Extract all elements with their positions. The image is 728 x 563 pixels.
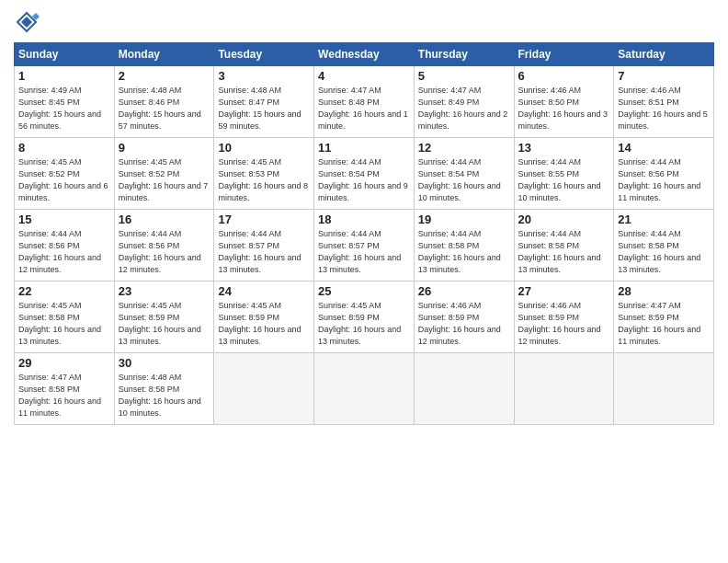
calendar-cell: 30 Sunrise: 4:48 AMSunset: 8:58 PMDaylig… [114,353,214,425]
day-number: 22 [18,284,110,298]
calendar-cell: 10 Sunrise: 4:45 AMSunset: 8:53 PMDaylig… [214,138,314,210]
calendar-cell: 7 Sunrise: 4:46 AMSunset: 8:51 PMDayligh… [614,66,714,138]
day-info: Sunrise: 4:47 AMSunset: 8:49 PMDaylight:… [418,85,510,132]
day-info: Sunrise: 4:44 AMSunset: 8:56 PMDaylight:… [618,156,710,204]
day-number: 12 [418,141,510,155]
calendar-week-3: 15 Sunrise: 4:44 AMSunset: 8:56 PMDaylig… [15,210,714,282]
calendar-cell: 23 Sunrise: 4:45 AMSunset: 8:59 PMDaylig… [114,282,214,353]
day-info: Sunrise: 4:45 AMSunset: 8:59 PMDaylight:… [218,300,310,348]
day-number: 15 [18,213,110,226]
day-info: Sunrise: 4:45 AMSunset: 8:59 PMDaylight:… [119,300,210,348]
day-number: 23 [119,284,210,298]
day-number: 4 [318,69,410,83]
day-info: Sunrise: 4:45 AMSunset: 8:52 PMDaylight:… [119,156,210,204]
day-info: Sunrise: 4:44 AMSunset: 8:56 PMDaylight:… [119,228,210,276]
day-number: 5 [418,69,510,83]
day-number: 13 [518,141,610,155]
day-info: Sunrise: 4:46 AMSunset: 8:50 PMDaylight:… [518,85,610,132]
day-info: Sunrise: 4:49 AMSunset: 8:45 PMDaylight:… [18,85,110,132]
day-number: 29 [18,356,110,370]
day-number: 20 [518,213,610,226]
th-tuesday: Tuesday [214,43,314,66]
calendar-cell: 24 Sunrise: 4:45 AMSunset: 8:59 PMDaylig… [214,282,314,353]
calendar-cell: 13 Sunrise: 4:44 AMSunset: 8:55 PMDaylig… [514,138,614,210]
day-number: 14 [618,141,710,155]
calendar-cell [214,353,314,425]
calendar-cell: 22 Sunrise: 4:45 AMSunset: 8:58 PMDaylig… [15,282,115,353]
day-info: Sunrise: 4:45 AMSunset: 8:53 PMDaylight:… [218,156,310,204]
day-number: 28 [618,284,710,298]
calendar-cell: 28 Sunrise: 4:47 AMSunset: 8:59 PMDaylig… [614,282,714,353]
day-info: Sunrise: 4:48 AMSunset: 8:58 PMDaylight:… [119,372,210,419]
calendar-cell: 29 Sunrise: 4:47 AMSunset: 8:58 PMDaylig… [15,353,115,425]
main-container: Sunday Monday Tuesday Wednesday Thursday… [0,0,728,434]
calendar-cell: 20 Sunrise: 4:44 AMSunset: 8:58 PMDaylig… [514,210,614,282]
calendar-cell [314,353,415,425]
calendar-cell: 17 Sunrise: 4:44 AMSunset: 8:57 PMDaylig… [214,210,314,282]
th-sunday: Sunday [15,43,115,66]
day-info: Sunrise: 4:47 AMSunset: 8:58 PMDaylight:… [18,372,110,419]
day-number: 21 [618,213,710,226]
calendar-cell: 27 Sunrise: 4:46 AMSunset: 8:59 PMDaylig… [514,282,614,353]
th-wednesday: Wednesday [314,43,415,66]
calendar-cell: 16 Sunrise: 4:44 AMSunset: 8:56 PMDaylig… [114,210,214,282]
calendar-cell: 18 Sunrise: 4:44 AMSunset: 8:57 PMDaylig… [314,210,415,282]
th-saturday: Saturday [614,43,714,66]
day-info: Sunrise: 4:45 AMSunset: 8:58 PMDaylight:… [18,300,110,348]
day-info: Sunrise: 4:44 AMSunset: 8:58 PMDaylight:… [418,228,510,276]
calendar-cell: 5 Sunrise: 4:47 AMSunset: 8:49 PMDayligh… [414,66,514,138]
day-info: Sunrise: 4:46 AMSunset: 8:59 PMDaylight:… [518,300,610,348]
calendar-cell [614,353,714,425]
day-number: 26 [418,284,510,298]
logo-icon [14,9,40,35]
day-number: 8 [18,141,110,155]
day-number: 27 [518,284,610,298]
day-info: Sunrise: 4:47 AMSunset: 8:48 PMDaylight:… [318,85,410,132]
th-monday: Monday [114,43,214,66]
day-info: Sunrise: 4:45 AMSunset: 8:52 PMDaylight:… [18,156,110,204]
day-info: Sunrise: 4:48 AMSunset: 8:47 PMDaylight:… [218,85,310,132]
day-info: Sunrise: 4:44 AMSunset: 8:56 PMDaylight:… [18,228,110,276]
th-thursday: Thursday [414,43,514,66]
calendar-cell: 25 Sunrise: 4:45 AMSunset: 8:59 PMDaylig… [314,282,415,353]
day-number: 6 [518,69,610,83]
day-info: Sunrise: 4:44 AMSunset: 8:57 PMDaylight:… [218,228,310,276]
calendar-cell: 9 Sunrise: 4:45 AMSunset: 8:52 PMDayligh… [114,138,214,210]
day-number: 11 [318,141,410,155]
day-info: Sunrise: 4:44 AMSunset: 8:57 PMDaylight:… [318,228,410,276]
calendar-cell: 1 Sunrise: 4:49 AMSunset: 8:45 PMDayligh… [15,66,115,138]
day-number: 30 [119,356,210,370]
day-info: Sunrise: 4:44 AMSunset: 8:58 PMDaylight:… [618,228,710,276]
calendar-cell: 6 Sunrise: 4:46 AMSunset: 8:50 PMDayligh… [514,66,614,138]
calendar-week-5: 29 Sunrise: 4:47 AMSunset: 8:58 PMDaylig… [15,353,714,425]
logo [14,9,41,35]
day-info: Sunrise: 4:47 AMSunset: 8:59 PMDaylight:… [618,300,710,348]
day-info: Sunrise: 4:48 AMSunset: 8:46 PMDaylight:… [119,85,210,132]
day-number: 17 [218,213,310,226]
calendar-week-2: 8 Sunrise: 4:45 AMSunset: 8:52 PMDayligh… [15,138,714,210]
day-number: 10 [218,141,310,155]
header-row: Sunday Monday Tuesday Wednesday Thursday… [15,43,714,66]
calendar-cell: 21 Sunrise: 4:44 AMSunset: 8:58 PMDaylig… [614,210,714,282]
day-number: 3 [218,69,310,83]
calendar-cell: 2 Sunrise: 4:48 AMSunset: 8:46 PMDayligh… [114,66,214,138]
calendar-cell: 3 Sunrise: 4:48 AMSunset: 8:47 PMDayligh… [214,66,314,138]
calendar-cell: 4 Sunrise: 4:47 AMSunset: 8:48 PMDayligh… [314,66,415,138]
day-info: Sunrise: 4:44 AMSunset: 8:54 PMDaylight:… [318,156,410,204]
day-number: 19 [418,213,510,226]
day-info: Sunrise: 4:44 AMSunset: 8:58 PMDaylight:… [518,228,610,276]
day-info: Sunrise: 4:44 AMSunset: 8:55 PMDaylight:… [518,156,610,204]
day-number: 16 [119,213,210,226]
calendar-cell: 15 Sunrise: 4:44 AMSunset: 8:56 PMDaylig… [15,210,115,282]
calendar-cell [414,353,514,425]
calendar-cell: 26 Sunrise: 4:46 AMSunset: 8:59 PMDaylig… [414,282,514,353]
day-info: Sunrise: 4:46 AMSunset: 8:59 PMDaylight:… [418,300,510,348]
day-number: 18 [318,213,410,226]
day-number: 7 [618,69,710,83]
day-number: 2 [119,69,210,83]
header [14,9,714,35]
day-info: Sunrise: 4:44 AMSunset: 8:54 PMDaylight:… [418,156,510,204]
day-number: 25 [318,284,410,298]
calendar-week-1: 1 Sunrise: 4:49 AMSunset: 8:45 PMDayligh… [15,66,714,138]
day-number: 9 [119,141,210,155]
